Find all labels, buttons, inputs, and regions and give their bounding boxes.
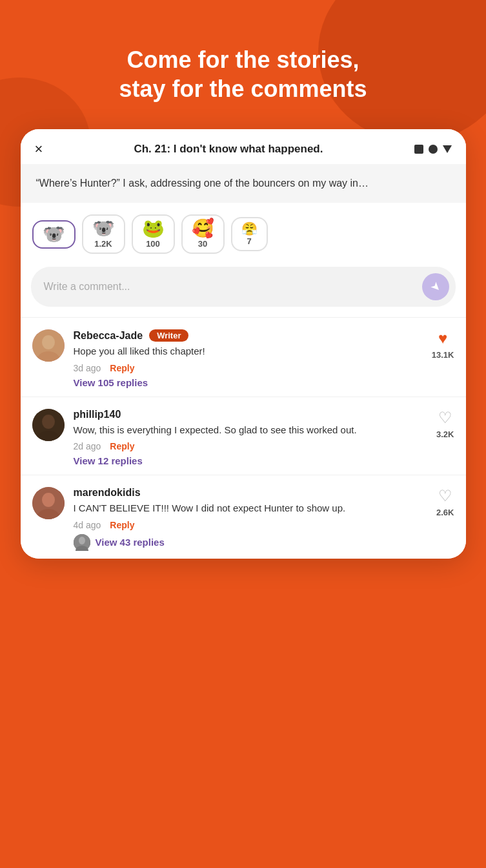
hero-title: Come for the stories, stay for the comme… <box>93 45 392 103</box>
comment-header: Rebecca-Jade Writer <box>74 329 423 342</box>
frog-emoji: 🐸 <box>142 220 165 238</box>
page-content: Come for the stories, stay for the comme… <box>0 0 486 559</box>
main-card: × Ch. 21: I don't know what happened. “W… <box>21 129 466 559</box>
reaction-frog[interactable]: 🐸 100 <box>132 214 175 254</box>
bear-count: 1.2K <box>94 239 112 249</box>
bear-emoji-2: 🐨 <box>92 220 115 238</box>
bear-emoji: 🐨 <box>43 225 65 243</box>
circle-icon <box>429 145 438 154</box>
comment-header: phillip140 <box>74 409 428 420</box>
love-count: 30 <box>198 239 207 249</box>
svg-point-4 <box>42 415 55 429</box>
comment-body: Rebecca-Jade Writer Hope you all liked t… <box>74 329 423 389</box>
comment-username: Rebecca-Jade <box>74 330 143 342</box>
send-button[interactable]: ➤ <box>422 273 449 300</box>
cant-emoji: 😤 <box>241 222 258 235</box>
reaction-cant[interactable]: 😤 7 <box>231 217 268 251</box>
avatar <box>32 329 65 362</box>
writer-badge: Writer <box>149 329 188 342</box>
comment-item: Rebecca-Jade Writer Hope you all liked t… <box>21 317 466 397</box>
comment-header: marendokidis <box>74 487 428 499</box>
frog-count: 100 <box>146 239 160 249</box>
send-icon: ➤ <box>427 278 444 295</box>
comment-body: marendokidis I CAN'T BELIEVE IT!!! Wow I… <box>74 487 428 551</box>
svg-point-7 <box>42 493 55 507</box>
avatar <box>32 409 65 441</box>
view-replies-button[interactable]: View 12 replies <box>74 455 143 466</box>
topbar-icons <box>414 145 452 154</box>
reaction-love[interactable]: 🥰 30 <box>181 214 225 254</box>
reaction-bear-active[interactable]: 🐨 <box>32 220 76 249</box>
comment-item: phillip140 Wow, this is everything I exp… <box>21 397 466 475</box>
comment-time: 4d ago <box>74 520 101 530</box>
avatar <box>32 487 65 519</box>
view-replies-row: View 43 replies <box>74 534 428 551</box>
like-area: ♡ 2.6K <box>436 487 454 551</box>
comment-text: Wow, this is everything I expected. So g… <box>74 423 428 438</box>
svg-point-10 <box>79 537 85 544</box>
square-icon <box>414 145 423 154</box>
reply-button[interactable]: Reply <box>110 520 134 530</box>
comments-list: Rebecca-Jade Writer Hope you all liked t… <box>21 317 466 559</box>
view-replies-button[interactable]: View 105 replies <box>74 377 148 388</box>
like-count: 2.6K <box>436 508 454 517</box>
like-area: ♥ 13.1K <box>432 329 454 389</box>
card-topbar: × Ch. 21: I don't know what happened. <box>21 129 466 164</box>
comment-meta: 2d ago Reply <box>74 441 428 451</box>
like-button[interactable]: ♥ <box>438 329 447 347</box>
svg-point-1 <box>42 335 55 349</box>
love-emoji: 🥰 <box>192 220 214 238</box>
comment-body: phillip140 Wow, this is everything I exp… <box>74 409 428 468</box>
reaction-bear-count[interactable]: 🐨 1.2K <box>82 214 125 254</box>
close-button[interactable]: × <box>35 141 43 158</box>
comment-text: Hope you all liked this chapter! <box>74 344 423 359</box>
view-replies-button[interactable]: View 43 replies <box>96 537 165 548</box>
like-area: ♡ 3.2K <box>436 409 454 468</box>
comment-item: marendokidis I CAN'T BELIEVE IT!!! Wow I… <box>21 475 466 559</box>
chapter-title: Ch. 21: I don't know what happened. <box>43 143 414 156</box>
cant-count: 7 <box>247 236 251 246</box>
mini-avatar <box>74 534 90 551</box>
comment-username: phillip140 <box>74 409 121 420</box>
like-count: 13.1K <box>432 350 454 360</box>
like-count: 3.2K <box>436 429 454 439</box>
reply-button[interactable]: Reply <box>110 441 134 451</box>
triangle-icon <box>443 145 452 153</box>
comment-time: 3d ago <box>74 363 101 373</box>
comment-input-placeholder[interactable]: Write a comment... <box>44 281 422 293</box>
comment-text: I CAN'T BELIEVE IT!!! Wow I did not expe… <box>74 501 428 516</box>
comment-meta: 3d ago Reply <box>74 363 423 373</box>
reactions-row: 🐨 🐨 1.2K 🐸 100 🥰 30 😤 7 <box>21 203 466 262</box>
comment-username: marendokidis <box>74 487 141 499</box>
like-button[interactable]: ♡ <box>438 487 452 505</box>
like-button[interactable]: ♡ <box>438 409 452 427</box>
comment-input-row[interactable]: Write a comment... ➤ <box>31 267 456 307</box>
story-excerpt: “Where’s Hunter?” I ask, addressing one … <box>21 164 466 203</box>
comment-time: 2d ago <box>74 441 101 451</box>
reply-button[interactable]: Reply <box>110 363 134 373</box>
comment-meta: 4d ago Reply <box>74 520 428 530</box>
